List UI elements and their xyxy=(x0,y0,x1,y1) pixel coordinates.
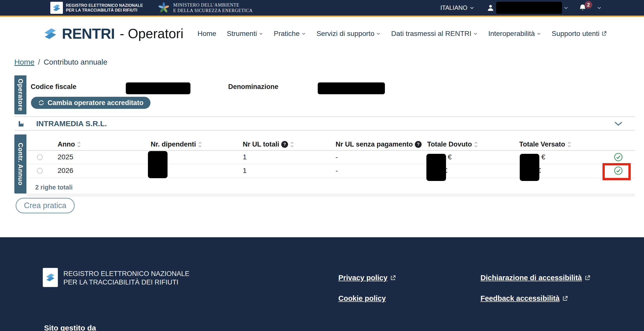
nav-item-pratiche[interactable]: Pratiche xyxy=(274,30,306,38)
row-2026-ul-totali-cell: 1 xyxy=(243,167,247,175)
nav-item-home[interactable]: Home xyxy=(197,30,216,38)
card-bottom-strip xyxy=(26,194,635,197)
row-2026-ul-senza-cell: - xyxy=(336,167,338,175)
annotation-highlight-rectangle xyxy=(602,163,631,180)
sort-icon[interactable] xyxy=(198,141,202,148)
nav-item-supporto-utenti[interactable]: Supporto utenti xyxy=(552,30,607,38)
row-2025-radio[interactable] xyxy=(37,154,43,160)
nav-label: Pratiche xyxy=(274,30,300,38)
crea-pratica-button[interactable]: Crea pratica xyxy=(16,198,75,213)
footer-brand-line2: PER LA TRACCIABILITÀ DEI RIFIUTI xyxy=(63,278,189,287)
navbar-brand[interactable]: RENTRI - Operatori xyxy=(42,17,183,50)
contributo-annuale-section: Contr. Annuo Anno Nr. dipendenti Nr UL t… xyxy=(14,134,635,197)
username-redaction xyxy=(496,2,562,14)
header-label: Anno xyxy=(58,140,75,148)
rentri-mark-icon xyxy=(42,27,58,40)
chevron-down-icon[interactable] xyxy=(614,121,623,127)
chevron-down-icon xyxy=(259,31,263,36)
column-header-totale-dovuto: Totale Dovuto xyxy=(427,140,478,148)
row-2025-dovuto-currency: € xyxy=(448,153,452,161)
row-2025-anno-cell: 2025 xyxy=(58,153,73,161)
rentri-mark-icon xyxy=(45,272,56,282)
topbar-brand-line1: REGISTRO ELETTRONICO NAZIONALE xyxy=(66,3,143,8)
nav-item-strumenti[interactable]: Strumenti xyxy=(227,30,263,38)
nav-label: Servizi di supporto xyxy=(316,30,374,38)
column-header-anno: Anno xyxy=(58,140,81,148)
codice-fiscale-redaction xyxy=(126,82,190,94)
table-bottom-border xyxy=(28,178,635,178)
language-selector[interactable]: ITALIANO xyxy=(440,4,474,11)
accessibility-declaration-link[interactable]: Dichiarazione di accessibilità xyxy=(480,274,590,282)
footer-rentri-logo xyxy=(43,268,58,287)
site-managed-by-text: Sito gestito da xyxy=(44,324,96,331)
row-2026-radio[interactable] xyxy=(37,168,43,174)
column-header-ul-totali: Nr UL totali ? xyxy=(243,140,294,148)
privacy-policy-label: Privacy policy xyxy=(338,274,387,282)
row-2026-anno-cell: 2026 xyxy=(58,167,73,175)
operatore-section: Operatore Codice fiscale Denominazione C… xyxy=(14,75,635,114)
denominazione-label: Denominazione xyxy=(228,83,278,91)
sort-icon[interactable] xyxy=(77,141,81,148)
help-icon[interactable]: ? xyxy=(281,141,288,148)
user-menu[interactable] xyxy=(487,2,569,14)
company-accordion-row[interactable]: INTRAMEDIA S.R.L. xyxy=(14,116,635,131)
privacy-policy-link[interactable]: Privacy policy xyxy=(338,274,396,282)
header-label: Nr UL totali xyxy=(243,140,279,148)
accessibility-declaration-label: Dichiarazione di accessibilità xyxy=(480,274,582,282)
notification-badge: 2 xyxy=(585,1,592,9)
external-link-icon xyxy=(390,275,396,281)
breadcrumb-separator: / xyxy=(38,58,40,66)
operatore-tab-label: Operatore xyxy=(17,79,24,111)
accessibility-feedback-label: Feedback accessibilità xyxy=(480,294,559,303)
cambia-operatore-button[interactable]: Cambia operatore accreditato xyxy=(31,97,150,109)
page-footer: REGISTRO ELETTRONICO NAZIONALE PER LA TR… xyxy=(0,237,644,331)
nav-item-servizi-di-supporto[interactable]: Servizi di supporto xyxy=(316,30,381,38)
header-label: Nr. dipendenti xyxy=(151,140,196,148)
breadcrumb-current: Contributo annuale xyxy=(44,58,107,66)
nav-label: Dati trasmessi al RENTRI xyxy=(391,30,471,38)
row-2025-versato-currency: € xyxy=(541,153,545,161)
ministry-line2: E DELLA SICUREZZA ENERGETICA xyxy=(173,8,253,13)
chevron-down-icon xyxy=(301,31,306,36)
external-link-icon xyxy=(601,31,607,36)
brand-suffix: - Operatori xyxy=(120,26,183,41)
nav-item-dati-trasmessi[interactable]: Dati trasmessi al RENTRI xyxy=(391,30,478,38)
row-2025-ul-senza-cell: - xyxy=(336,153,338,161)
header-label: Totale Versato xyxy=(519,140,565,148)
table-total-label: 2 righe totali xyxy=(35,184,73,191)
factory-icon xyxy=(18,119,26,128)
sort-icon[interactable] xyxy=(474,141,478,148)
sort-icon[interactable] xyxy=(567,141,571,148)
denominazione-redaction xyxy=(318,82,385,94)
breadcrumb-home-link[interactable]: Home xyxy=(14,58,34,66)
user-icon xyxy=(487,4,495,12)
sort-icon[interactable] xyxy=(290,141,294,148)
row-2025-paid-check-icon xyxy=(614,153,623,162)
refresh-icon xyxy=(38,100,45,106)
main-navbar: RENTRI - Operatori Home Strumenti Pratic… xyxy=(0,17,644,50)
header-label: Nr UL senza pagamento xyxy=(336,140,413,148)
language-label: ITALIANO xyxy=(440,4,467,11)
cambia-operatore-label: Cambia operatore accreditato xyxy=(48,99,143,107)
totale-dovuto-redaction xyxy=(426,154,446,181)
ministry-line1: MINISTERO DELL'AMBIENTE xyxy=(173,2,253,8)
contributo-tab-label: Contr. Annuo xyxy=(17,143,24,185)
brand-name: RENTRI xyxy=(62,25,115,42)
nav-item-interoperabilita[interactable]: Interoperabilità xyxy=(488,30,541,38)
codice-fiscale-label: Codice fiscale xyxy=(31,83,76,91)
chevron-down-icon xyxy=(376,31,381,36)
operatore-section-tab: Operatore xyxy=(14,75,26,114)
nav-label: Strumenti xyxy=(227,30,257,38)
ministry-logo-block[interactable]: MINISTERO DELL'AMBIENTE E DELLA SICUREZZ… xyxy=(158,2,253,14)
help-icon[interactable]: ? xyxy=(415,141,422,148)
totale-versato-redaction xyxy=(520,154,539,181)
nav-label: Interoperabilità xyxy=(488,30,535,38)
accessibility-feedback-link[interactable]: Feedback accessibilità xyxy=(480,294,568,303)
footer-brand-text: REGISTRO ELETTRONICO NAZIONALE PER LA TR… xyxy=(63,269,189,287)
notifications-menu[interactable]: 2 xyxy=(579,4,602,12)
top-institutional-bar: REGISTRO ELETTRONICO NAZIONALE PER LA TR… xyxy=(0,0,644,16)
row-2025-ul-totali-cell: 1 xyxy=(243,153,247,161)
rentri-logo[interactable] xyxy=(50,2,63,14)
cookie-policy-link[interactable]: Cookie policy xyxy=(338,294,386,303)
row-divider xyxy=(28,164,635,164)
